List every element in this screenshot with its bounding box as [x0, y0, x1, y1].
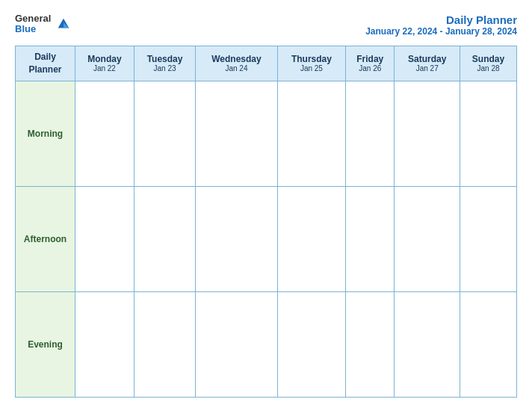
morning-label: Morning — [16, 81, 75, 186]
col-label-title: Daily Planner — [19, 51, 72, 76]
logo-general: General — [15, 13, 51, 24]
saturday-name: Saturday — [398, 54, 457, 64]
col-header-label: Daily Planner — [16, 46, 75, 81]
sunday-name: Sunday — [463, 54, 513, 64]
planner-title: Daily Planner — [365, 13, 517, 26]
morning-saturday[interactable] — [395, 81, 460, 186]
col-header-thursday: Thursday Jan 25 — [277, 46, 345, 81]
title-area: Daily Planner January 22, 2024 - January… — [365, 13, 517, 37]
logo-text: General Blue — [15, 13, 51, 35]
planner-date-range: January 22, 2024 - January 28, 2024 — [365, 26, 517, 37]
monday-name: Monday — [78, 54, 131, 64]
evening-sunday[interactable] — [460, 291, 517, 397]
evening-saturday[interactable] — [395, 291, 460, 397]
wednesday-name: Wednesday — [199, 54, 273, 64]
col-header-sunday: Sunday Jan 28 — [460, 46, 517, 81]
col-header-wednesday: Wednesday Jan 24 — [196, 46, 277, 81]
evening-label: Evening — [16, 291, 75, 397]
afternoon-label: Afternoon — [16, 186, 75, 291]
afternoon-thursday[interactable] — [277, 186, 345, 291]
sunday-date: Jan 28 — [463, 64, 513, 72]
monday-date: Jan 22 — [78, 64, 131, 72]
afternoon-friday[interactable] — [346, 186, 395, 291]
afternoon-row: Afternoon — [16, 186, 517, 291]
calendar-table: Daily Planner Monday Jan 22 Tuesday Jan … — [15, 46, 517, 398]
saturday-date: Jan 27 — [398, 64, 457, 72]
col-header-tuesday: Tuesday Jan 23 — [134, 46, 195, 81]
afternoon-monday[interactable] — [75, 186, 134, 291]
logo-icon — [55, 16, 72, 32]
col-header-monday: Monday Jan 22 — [75, 46, 134, 81]
afternoon-tuesday[interactable] — [134, 186, 195, 291]
evening-tuesday[interactable] — [134, 291, 195, 397]
header: General Blue Daily Planner January 22, 2… — [15, 13, 517, 37]
evening-thursday[interactable] — [277, 291, 345, 397]
afternoon-saturday[interactable] — [395, 186, 460, 291]
morning-wednesday[interactable] — [196, 81, 277, 186]
col-header-saturday: Saturday Jan 27 — [395, 46, 460, 81]
tuesday-name: Tuesday — [137, 54, 192, 64]
evening-row: Evening — [16, 291, 517, 397]
friday-name: Friday — [349, 54, 391, 64]
afternoon-wednesday[interactable] — [196, 186, 277, 291]
wednesday-date: Jan 24 — [199, 64, 273, 72]
logo-area: General Blue — [15, 13, 72, 35]
morning-thursday[interactable] — [277, 81, 345, 186]
logo-blue: Blue — [15, 24, 51, 34]
page: General Blue Daily Planner January 22, 2… — [0, 0, 532, 411]
morning-friday[interactable] — [346, 81, 395, 186]
thursday-name: Thursday — [281, 54, 342, 64]
tuesday-date: Jan 23 — [137, 64, 192, 72]
header-row: Daily Planner Monday Jan 22 Tuesday Jan … — [16, 46, 517, 81]
morning-tuesday[interactable] — [134, 81, 195, 186]
evening-wednesday[interactable] — [196, 291, 277, 397]
thursday-date: Jan 25 — [281, 64, 342, 72]
morning-monday[interactable] — [75, 81, 134, 186]
afternoon-sunday[interactable] — [460, 186, 517, 291]
evening-friday[interactable] — [346, 291, 395, 397]
col-header-friday: Friday Jan 26 — [346, 46, 395, 81]
friday-date: Jan 26 — [349, 64, 391, 72]
morning-sunday[interactable] — [460, 81, 517, 186]
morning-row: Morning — [16, 81, 517, 186]
evening-monday[interactable] — [75, 291, 134, 397]
